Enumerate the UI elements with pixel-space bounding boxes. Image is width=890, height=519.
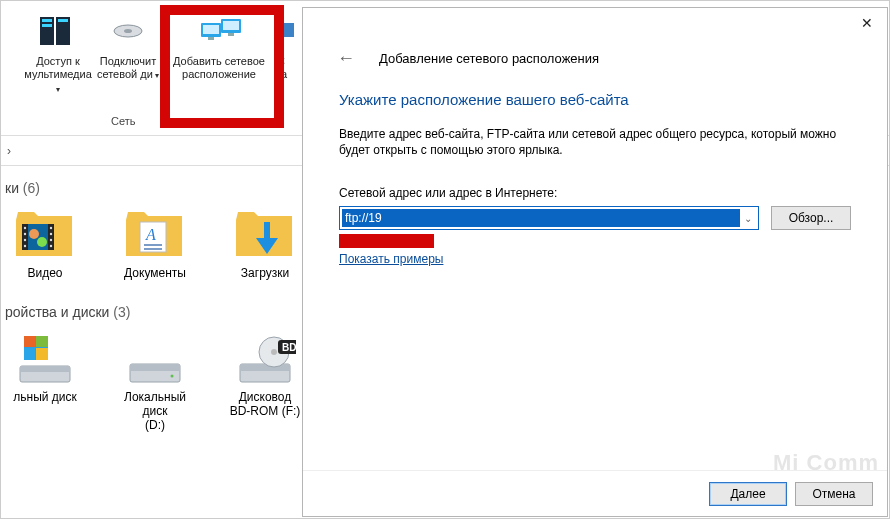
svg-rect-8 — [203, 25, 219, 34]
svg-point-25 — [29, 229, 39, 239]
address-field-label: Сетевой адрес или адрес в Интернете: — [339, 186, 851, 200]
svg-point-6 — [124, 29, 132, 33]
add-network-location-dialog: ✕ ← Добавление сетевого расположения Ука… — [302, 7, 888, 517]
ribbon-map-network-drive[interactable]: Подключитсетевой ди ▾ — [93, 9, 163, 82]
dialog-header: ← Добавление сетевого расположения — [303, 44, 887, 91]
address-input[interactable] — [342, 209, 740, 227]
arrow-left-icon: ← — [337, 48, 355, 68]
svg-rect-32 — [20, 366, 70, 372]
drive-bd-icon: BD — [233, 330, 297, 386]
chevron-down-icon: ⌄ — [744, 213, 752, 224]
cancel-button[interactable]: Отмена — [795, 482, 873, 506]
svg-rect-39 — [130, 364, 180, 371]
svg-rect-12 — [228, 33, 234, 36]
ribbon-add-network-location[interactable]: Добавить сетевоерасположение — [163, 9, 275, 81]
next-button[interactable]: Далее — [709, 482, 787, 506]
svg-point-19 — [24, 239, 26, 241]
svg-point-24 — [50, 245, 52, 247]
svg-rect-36 — [24, 348, 35, 360]
media-icon — [36, 13, 80, 51]
svg-rect-42 — [240, 364, 290, 371]
folder-downloads[interactable]: Загрузки — [225, 206, 305, 280]
control-panel-icon — [275, 13, 295, 51]
ribbon-group-label: Сеть — [111, 115, 135, 127]
dialog-description: Введите адрес веб-сайта, FTP-сайта или с… — [339, 126, 851, 158]
close-button[interactable]: ✕ — [847, 8, 887, 38]
drive-label: льный диск — [13, 390, 77, 404]
svg-point-23 — [50, 239, 52, 241]
dialog-body: Укажите расположение вашего веб-сайта Вв… — [303, 91, 887, 470]
svg-rect-3 — [42, 24, 52, 27]
folder-label: Документы — [124, 266, 186, 280]
svg-point-22 — [50, 233, 52, 235]
svg-rect-35 — [36, 336, 48, 347]
svg-point-44 — [271, 349, 277, 355]
svg-rect-10 — [223, 21, 239, 30]
svg-point-17 — [24, 227, 26, 229]
address-input-row: ⌄ Обзор... — [339, 206, 851, 230]
wizard-title: Добавление сетевого расположения — [379, 51, 599, 66]
svg-point-20 — [24, 245, 26, 247]
svg-rect-34 — [24, 336, 35, 347]
folder-videos[interactable]: Видео — [5, 206, 85, 280]
dialog-titlebar: ✕ — [303, 8, 887, 44]
svg-rect-2 — [42, 19, 52, 22]
browse-button[interactable]: Обзор... — [771, 206, 851, 230]
folder-documents-icon: A — [123, 206, 187, 262]
folder-video-icon — [13, 206, 77, 262]
dialog-footer: Далее Отмена — [303, 470, 887, 516]
dialog-heading: Укажите расположение вашего веб-сайта — [339, 91, 851, 108]
ribbon-item-label: Доступ кмультимедиа ▾ — [23, 55, 93, 96]
svg-rect-4 — [58, 19, 68, 22]
svg-rect-30 — [144, 248, 162, 250]
svg-point-40 — [171, 375, 174, 378]
ribbon-item-label: Спа — [275, 55, 287, 81]
drive-hdd-icon — [123, 330, 187, 386]
drive-label: ДисководBD-ROM (F:) — [230, 390, 301, 418]
address-combobox[interactable]: ⌄ — [339, 206, 759, 230]
svg-rect-29 — [144, 244, 162, 246]
drive-windows-icon — [13, 330, 77, 386]
svg-rect-37 — [36, 348, 48, 360]
folder-label: Загрузки — [241, 266, 289, 280]
svg-point-26 — [37, 237, 47, 247]
chevron-down-icon: ▾ — [56, 85, 60, 94]
svg-text:BD: BD — [282, 342, 296, 353]
add-network-location-icon — [197, 13, 241, 51]
drive-label: Локальный диск(D:) — [115, 390, 195, 432]
drive-bd-rom[interactable]: BD ДисководBD-ROM (F:) — [225, 330, 305, 432]
close-icon: ✕ — [861, 15, 873, 31]
chevron-down-icon: ▾ — [153, 71, 159, 80]
drive-local-c[interactable]: льный диск — [5, 330, 85, 432]
svg-text:A: A — [145, 226, 156, 243]
chevron-right-icon: › — [7, 144, 11, 158]
redaction-bar — [339, 234, 434, 248]
svg-point-18 — [24, 233, 26, 235]
folder-label: Видео — [27, 266, 62, 280]
dropdown-button[interactable]: ⌄ — [740, 213, 756, 224]
network-drive-icon — [106, 13, 150, 51]
show-examples-link[interactable]: Показать примеры — [339, 252, 443, 266]
folder-downloads-icon — [233, 206, 297, 262]
ribbon-item-label: Добавить сетевоерасположение — [173, 55, 265, 81]
svg-rect-13 — [276, 23, 294, 37]
drive-local-d[interactable]: Локальный диск(D:) — [115, 330, 195, 432]
svg-point-21 — [50, 227, 52, 229]
svg-rect-11 — [208, 37, 214, 40]
folder-documents[interactable]: A Документы — [115, 206, 195, 280]
back-button[interactable]: ← — [333, 44, 359, 73]
ribbon-media-access[interactable]: Доступ кмультимедиа ▾ — [23, 9, 93, 96]
ribbon-control-panel[interactable]: Спа — [275, 9, 299, 81]
ribbon-item-label: Подключитсетевой ди ▾ — [97, 55, 159, 82]
